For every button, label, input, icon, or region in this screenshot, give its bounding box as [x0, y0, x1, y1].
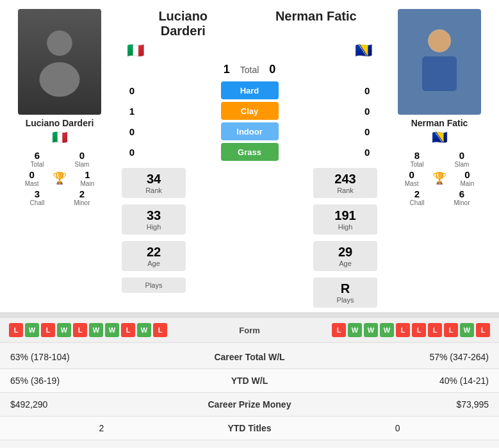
left-slam-item: 0 Slam: [63, 150, 101, 168]
left-chall-grid: 3 Chall 2 Minor: [18, 188, 101, 206]
court-grass-row: 0 Grass 0: [117, 143, 382, 161]
rform-badge-0: L: [332, 323, 346, 337]
table-row: $492,290 Career Prize Money $73,995: [0, 393, 499, 417]
right-player-photo: [398, 9, 481, 115]
form-badge-8: W: [137, 323, 151, 337]
court-clay-badge: Clay: [221, 102, 279, 120]
left-high-box: 33 High: [122, 204, 186, 235]
court-grass-badge: Grass: [221, 143, 279, 161]
left-trophy-icon: 🏆: [53, 171, 67, 185]
mid-stats-row: 34 Rank 33 High 22 Age Plays: [117, 166, 382, 310]
flags-row: 🇮🇹 🇧🇦: [117, 42, 382, 59]
rform-badge-2: W: [364, 323, 378, 337]
court-indoor-row: 0 Indoor 0: [117, 122, 382, 140]
form-badge-0: L: [9, 323, 23, 337]
left-stats-grid: 6 Total 0 Slam: [18, 150, 101, 168]
right-stats-grid: 8 Total 0 Slam: [398, 150, 481, 168]
left-player-block: Luciano Darderi 🇮🇹 6 Total 0 Slam 0 Mast: [5, 9, 114, 310]
right-trophy-row: 0 Mast 🏆 0 Main: [398, 169, 481, 187]
rform-badge-5: L: [412, 323, 426, 337]
right-mast-item: 0 Mast: [405, 169, 419, 187]
left-trophy-row: 0 Mast 🏆 1 Main: [18, 169, 101, 187]
hard-score-right: 0: [364, 85, 382, 96]
court-clay-row: 1 Clay 0: [117, 102, 382, 120]
total-score-left: 1: [224, 63, 230, 76]
right-chall-grid: 2 Chall 6 Minor: [398, 188, 481, 206]
table-row: 65% (36-19) YTD W/L 40% (14-21): [0, 369, 499, 393]
grass-score-left: 0: [117, 147, 135, 158]
stats-table: 63% (178-104) Career Total W/L 57% (347-…: [0, 345, 499, 440]
court-hard-row: 0 Hard 0: [117, 81, 382, 99]
right-form-badges: L W W W L L L L W L: [332, 323, 490, 337]
section-divider-1: [0, 312, 499, 317]
rform-badge-4: L: [396, 323, 410, 337]
form-badge-4: L: [73, 323, 87, 337]
left-player-flag: 🇮🇹: [52, 129, 68, 145]
form-badge-7: L: [121, 323, 135, 337]
right-plays-box: R Plays: [313, 278, 377, 308]
right-chall-item: 2 Chall: [398, 188, 436, 206]
form-badge-1: W: [25, 323, 39, 337]
right-mid-stats: 243 Rank 191 High 29 Age R Plays: [313, 166, 377, 310]
left-form-badges: L W L W L W W L W L: [9, 323, 167, 337]
left-player-photo: [18, 9, 101, 115]
right-rank-box: 243 Rank: [313, 168, 377, 198]
svg-point-4: [429, 30, 450, 51]
right-player-block: Nerman Fatic 🇧🇦 8 Total 0 Slam 0 Mast: [385, 9, 494, 310]
left-plays-box: Plays: [122, 278, 186, 293]
right-trophy-icon: 🏆: [432, 171, 446, 185]
hard-score-left: 0: [117, 85, 135, 96]
total-label: Total: [240, 65, 259, 75]
indoor-score-right: 0: [364, 126, 382, 137]
court-indoor-badge: Indoor: [221, 122, 279, 140]
rform-badge-9: L: [476, 323, 490, 337]
table-row: 2 YTD Titles 0: [0, 417, 499, 440]
rform-badge-1: W: [348, 323, 362, 337]
left-age-box: 22 Age: [122, 241, 186, 271]
middle-block: LucianoDarderi Nerman Fatic 🇮🇹 🇧🇦 1 Tota…: [114, 9, 385, 310]
form-badge-6: W: [105, 323, 119, 337]
left-total-item: 6 Total: [18, 150, 56, 168]
rform-badge-3: W: [380, 323, 394, 337]
total-row: 1 Total 0: [224, 63, 276, 76]
form-section: L W L W L W W L W L Form L W W W L L L L…: [0, 317, 499, 343]
left-name-top: LucianoDarderi: [117, 9, 250, 38]
clay-score-left: 1: [117, 106, 135, 117]
form-label: Form: [239, 326, 260, 335]
left-main-item: 1 Main: [81, 169, 95, 187]
right-age-box: 29 Age: [313, 241, 377, 271]
left-minor-item: 2 Minor: [63, 188, 101, 206]
form-badge-3: W: [57, 323, 71, 337]
left-mid-stats: 34 Rank 33 High 22 Age Plays: [122, 166, 186, 310]
right-high-box: 191 High: [313, 204, 377, 235]
svg-rect-3: [422, 56, 457, 91]
rform-badge-6: L: [428, 323, 442, 337]
left-rank-box: 34 Rank: [122, 168, 186, 198]
clay-score-right: 0: [364, 106, 382, 117]
total-score-right: 0: [269, 63, 275, 76]
court-hard-badge: Hard: [221, 81, 279, 99]
indoor-score-left: 0: [117, 126, 135, 137]
right-total-item: 8 Total: [398, 150, 436, 168]
form-badge-5: W: [89, 323, 103, 337]
right-minor-item: 6 Minor: [443, 188, 481, 206]
player-names-top-row: LucianoDarderi Nerman Fatic: [117, 9, 382, 38]
svg-point-1: [40, 62, 80, 97]
svg-point-0: [47, 30, 72, 56]
right-slam-item: 0 Slam: [443, 150, 481, 168]
left-player-name: Luciano Darderi: [26, 118, 94, 128]
right-main-item: 0 Main: [461, 169, 475, 187]
rform-badge-8: W: [460, 323, 474, 337]
left-chall-item: 3 Chall: [18, 188, 56, 206]
right-player-flag: 🇧🇦: [432, 129, 448, 145]
right-player-name: Nerman Fatic: [411, 118, 468, 128]
rform-badge-7: L: [444, 323, 458, 337]
right-flag-center: 🇧🇦: [355, 42, 372, 59]
left-flag-center: 🇮🇹: [127, 42, 144, 59]
table-row: 63% (178-104) Career Total W/L 57% (347-…: [0, 345, 499, 369]
grass-score-right: 0: [364, 147, 382, 158]
main-container: Luciano Darderi 🇮🇹 6 Total 0 Slam 0 Mast: [0, 0, 499, 440]
left-mast-item: 0 Mast: [25, 169, 39, 187]
form-badge-9: L: [153, 323, 167, 337]
right-name-top: Nerman Fatic: [250, 9, 383, 38]
